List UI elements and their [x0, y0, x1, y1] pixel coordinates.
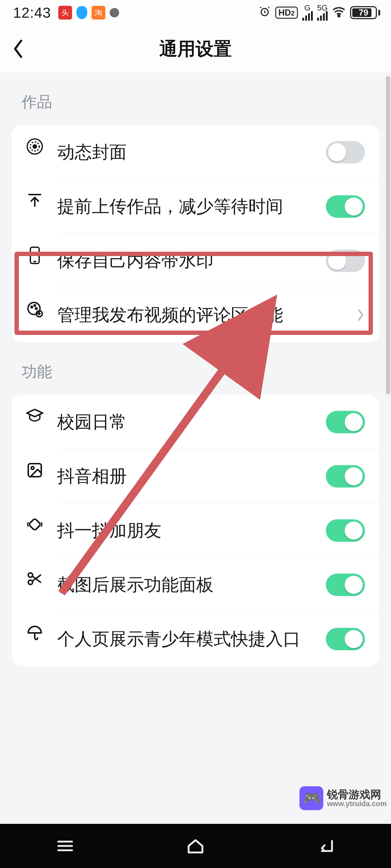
row-label: 抖音相册: [47, 465, 326, 488]
image-icon: [22, 461, 47, 479]
toggle-shake-friend[interactable]: [326, 519, 365, 542]
row-pre-upload[interactable]: 提前上传作品，减少等待时间: [12, 179, 379, 234]
notif-app-icon-1: 头: [58, 6, 72, 20]
row-teen-mode-shortcut[interactable]: 个人页展示青少年模式快捷入口: [12, 612, 379, 666]
toggle-dynamic-cover[interactable]: [326, 141, 365, 163]
card-works: 动态封面 提前上传作品，减少等待时间 保存自己内容带水印 管理我发布视频的评论区…: [12, 125, 379, 342]
row-dynamic-cover[interactable]: 动态封面: [12, 125, 379, 179]
hd-sub: 2: [291, 10, 295, 17]
row-douyin-album[interactable]: 抖音相册: [12, 449, 379, 503]
svg-point-4: [33, 145, 36, 148]
signal-1-label: G: [304, 5, 311, 11]
notif-app-icon-2: [76, 6, 87, 19]
svg-point-7: [31, 306, 33, 308]
phone-icon: [22, 246, 47, 265]
toggle-pre-upload[interactable]: [326, 195, 365, 218]
svg-rect-13: [29, 518, 41, 531]
signal-2-label: 5G: [317, 5, 328, 11]
card-features: 校园日常 抖音相册 抖一抖加朋友 截图后展示功能面板 个人页展示青少年模式快捷入…: [12, 395, 379, 666]
signal-bars-icon: [302, 11, 313, 21]
row-screenshot-panel[interactable]: 截图后展示功能面板: [12, 558, 379, 612]
watermark-line1: 锐骨游戏网: [327, 789, 387, 800]
watermark-line2: www.ytruida.com: [327, 800, 387, 808]
status-bar: 12:43 头 淘 HD2 G 5G 79: [0, 0, 391, 25]
battery-indicator: 79: [350, 6, 380, 19]
svg-point-8: [34, 305, 35, 306]
row-label: 抖一抖加朋友: [47, 519, 326, 542]
row-label: 提前上传作品，减少等待时间: [47, 195, 326, 218]
target-icon: [22, 137, 47, 156]
signal-2: 5G: [317, 5, 328, 21]
toggle-save-watermark[interactable]: [326, 250, 365, 272]
gradcap-icon: [22, 407, 47, 423]
nav-back-button[interactable]: [290, 824, 362, 868]
row-label: 保存自己内容带水印: [47, 249, 326, 273]
toggle-douyin-album[interactable]: [326, 465, 365, 488]
status-right: HD2 G 5G 79: [258, 5, 380, 21]
scissors-icon: [22, 570, 47, 587]
row-shake-friend[interactable]: 抖一抖加朋友: [12, 503, 379, 558]
battery-pct: 79: [359, 8, 369, 18]
svg-point-1: [338, 15, 340, 17]
palette-icon: [22, 300, 47, 318]
row-label: 截图后展示功能面板: [47, 573, 326, 597]
signal-1: G: [302, 5, 313, 21]
page-title: 通用设置: [0, 37, 391, 61]
umbrella-icon: [22, 624, 47, 642]
nav-home-button[interactable]: [159, 824, 232, 868]
scrollbar[interactable]: [386, 76, 390, 394]
status-left: 12:43 头 淘: [13, 5, 119, 21]
svg-rect-5: [30, 247, 39, 263]
notif-app-icon-3: 淘: [92, 6, 105, 20]
wifi-icon: [332, 6, 346, 20]
row-label: 校园日常: [47, 410, 326, 434]
upload-icon: [22, 192, 47, 209]
status-clock: 12:43: [13, 5, 51, 21]
system-navbar: [0, 824, 391, 868]
row-save-watermark[interactable]: 保存自己内容带水印: [12, 234, 379, 288]
hd-badge: HD2: [275, 7, 298, 19]
alarm-icon: [258, 5, 271, 20]
section-label-works: 作品: [0, 72, 391, 125]
watermark: 🎮 锐骨游戏网 www.ytruida.com: [299, 786, 387, 810]
shake-icon: [22, 516, 47, 533]
row-label: 个人页展示青少年模式快捷入口: [47, 627, 326, 651]
row-label: 动态封面: [47, 141, 326, 164]
hd-label: HD: [278, 8, 291, 18]
toggle-campus-daily[interactable]: [326, 411, 365, 433]
page-header: 通用设置: [0, 25, 391, 72]
toggle-teen-mode-shortcut[interactable]: [326, 628, 365, 650]
watermark-logo-icon: 🎮: [299, 786, 323, 810]
notif-more-icon: [110, 8, 119, 17]
chevron-right-icon: [356, 308, 365, 322]
svg-point-12: [31, 467, 34, 469]
section-label-features: 功能: [0, 342, 391, 395]
svg-point-9: [35, 308, 37, 309]
signal-bars-icon: [317, 11, 328, 21]
row-campus-daily[interactable]: 校园日常: [12, 395, 379, 449]
row-comment-manage[interactable]: 管理我发布视频的评论区功能: [12, 288, 379, 342]
toggle-screenshot-panel[interactable]: [326, 574, 365, 596]
back-button[interactable]: [0, 25, 36, 72]
row-label: 管理我发布视频的评论区功能: [47, 303, 356, 327]
nav-recent-button[interactable]: [29, 824, 101, 868]
